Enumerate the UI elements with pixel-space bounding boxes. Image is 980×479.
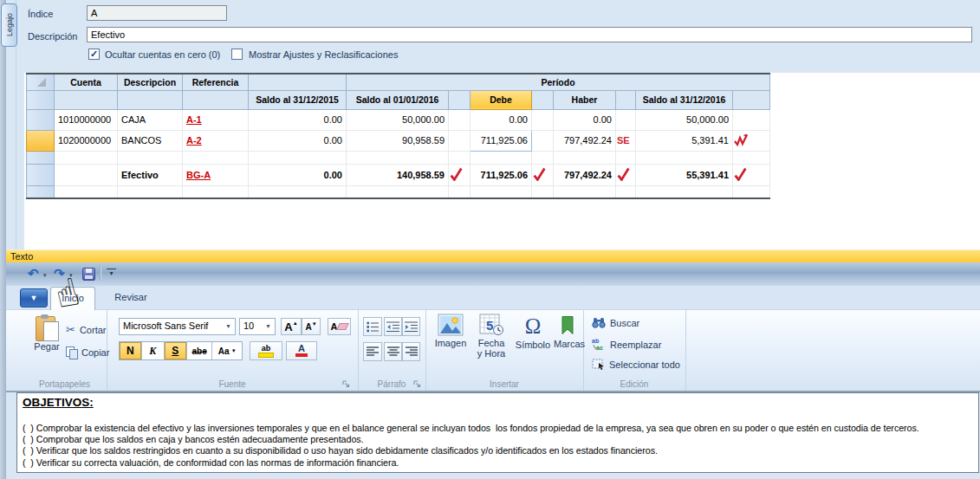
- bold-button[interactable]: N: [120, 342, 142, 359]
- texto-section-header[interactable]: Texto: [6, 249, 980, 262]
- row-header[interactable]: [27, 90, 55, 109]
- window-left-edge: [0, 0, 6, 479]
- group-fuente: Microsoft Sans Serif ▼ 10 ▼ A▲ A▼ A N K …: [107, 310, 359, 391]
- cell-saldo-2016[interactable]: 50,000.00: [636, 109, 733, 130]
- cell-haber[interactable]: 0.00: [554, 109, 616, 130]
- select-all-triangle-icon: [37, 78, 46, 87]
- col-header-debe[interactable]: Debe: [471, 90, 532, 109]
- col-header-saldo-2015[interactable]: Saldo al 31/12/2015: [249, 90, 347, 109]
- up-arrow-icon: ▲: [293, 320, 298, 326]
- show-adjustments-label: Mostrar Ajustes y Reclasificaciones: [249, 49, 398, 60]
- row-header[interactable]: [27, 185, 55, 198]
- increase-indent-button[interactable]: [402, 317, 420, 336]
- strikethrough-button[interactable]: abe: [187, 342, 213, 359]
- cell-cuenta[interactable]: 1010000000: [55, 109, 118, 130]
- insert-image-button[interactable]: Imagen: [432, 314, 470, 348]
- undo-icon[interactable]: ↶: [28, 266, 39, 281]
- font-size-combo[interactable]: 10 ▼: [239, 318, 276, 335]
- svg-text:ac: ac: [596, 345, 603, 351]
- cell-descripcion[interactable]: CAJA: [118, 109, 183, 130]
- row-header[interactable]: [27, 109, 55, 130]
- find-button[interactable]: Buscar: [592, 317, 639, 328]
- tab-revisar[interactable]: Revisar: [103, 287, 159, 309]
- total-label[interactable]: Efectivo: [118, 164, 183, 185]
- checkbox-check-icon: ✓: [90, 49, 98, 59]
- table-row: 1010000000 CAJA A-1 0.00 50,000.00 0.00 …: [27, 109, 770, 130]
- row-header[interactable]: [27, 164, 55, 185]
- col-header-referencia[interactable]: Referencia: [183, 74, 249, 90]
- hide-zero-checkbox[interactable]: ✓: [88, 49, 100, 60]
- align-right-button[interactable]: [402, 342, 420, 361]
- app-menu-button[interactable]: ▼: [20, 288, 48, 307]
- insert-datetime-button[interactable]: 5 Fecha y Hora: [471, 314, 511, 359]
- replace-button[interactable]: ab ac Reemplazar: [592, 338, 661, 351]
- col-header-saldo-2016[interactable]: Saldo al 31/12/2016: [636, 90, 733, 109]
- cut-button[interactable]: ✂ Cortar: [66, 323, 106, 336]
- cell-debe-selected[interactable]: 711,925.06: [471, 130, 532, 151]
- editor-objectives-list: ( ) Comprobar la existencia del efectivo…: [23, 423, 919, 469]
- customize-toolbar-icon[interactable]: ▾: [107, 269, 116, 278]
- decrease-indent-button[interactable]: [384, 317, 402, 336]
- reference-link[interactable]: A-2: [186, 135, 202, 146]
- svg-text:ab: ab: [592, 338, 599, 344]
- copy-button[interactable]: Copiar: [66, 346, 109, 359]
- align-left-button[interactable]: [363, 342, 382, 361]
- cell-saldo-0101[interactable]: 90,958.59: [347, 130, 449, 151]
- cell-saldo-2016[interactable]: 5,391.41: [636, 130, 733, 151]
- total-haber[interactable]: 797,492.24: [554, 164, 616, 185]
- align-center-button[interactable]: [384, 342, 402, 361]
- audit-tick-icon: [734, 133, 749, 146]
- underline-button[interactable]: S: [165, 342, 187, 359]
- col-header-periodo[interactable]: Período: [347, 74, 770, 90]
- descripcion-input[interactable]: [87, 27, 972, 42]
- quick-access-toolbar: ↶ ▾ ↷ ▾ ▾: [6, 262, 980, 287]
- highlight-color-button[interactable]: ab: [250, 341, 282, 360]
- total-saldo-2016[interactable]: 55,391.41: [636, 164, 733, 185]
- col-header-descripcion[interactable]: Descripcion: [118, 74, 183, 90]
- group-label: Portapapeles: [23, 379, 107, 389]
- show-adjustments-checkbox[interactable]: [231, 49, 243, 60]
- total-debe[interactable]: 711,925.06: [471, 164, 532, 185]
- row-header-selected[interactable]: [27, 130, 55, 151]
- shrink-font-button[interactable]: A▼: [302, 318, 321, 335]
- change-case-button[interactable]: Aa▼: [212, 342, 242, 359]
- chevron-down-icon: ▼: [30, 294, 38, 302]
- grid-corner-cell[interactable]: [27, 74, 55, 90]
- clear-formatting-button[interactable]: A: [328, 318, 351, 335]
- col-header-cuenta[interactable]: Cuenta: [55, 74, 118, 90]
- font-color-bar-icon: [295, 353, 308, 357]
- objective-item: ( ) Verificar su correcta valuación, de …: [23, 457, 919, 469]
- row-header[interactable]: [27, 151, 55, 164]
- font-color-button[interactable]: A: [286, 341, 317, 360]
- insert-marks-button[interactable]: Marcas: [554, 314, 581, 349]
- image-icon: [438, 314, 464, 336]
- reference-link[interactable]: BG-A: [186, 170, 211, 180]
- cell-saldo-2015[interactable]: 0.00: [249, 109, 347, 130]
- total-saldo-0101[interactable]: 140,958.59: [347, 164, 449, 185]
- reference-link[interactable]: A-1: [186, 114, 202, 125]
- paste-button[interactable]: Pegar: [28, 314, 66, 352]
- text-editor-area[interactable]: OBJETIVOS: ( ) Comprobar la existencia d…: [16, 392, 979, 473]
- cell-saldo-0101[interactable]: 50,000.00: [347, 109, 449, 130]
- descripcion-label: Descripción: [28, 31, 77, 42]
- col-header-saldo-0101[interactable]: Saldo al 01/01/2016: [347, 90, 449, 109]
- cell-debe[interactable]: 0.00: [471, 109, 532, 130]
- bullet-list-button[interactable]: [363, 317, 382, 336]
- cell-saldo-2015[interactable]: 0.00: [249, 130, 347, 151]
- italic-button[interactable]: K: [142, 342, 165, 359]
- cell-haber[interactable]: 797,492.24: [554, 130, 616, 151]
- col-header-haber[interactable]: Haber: [554, 90, 616, 109]
- app-window: { "panel": { "dock_tab": "Legajo" }, "fo…: [0, 0, 980, 479]
- save-icon[interactable]: [82, 268, 95, 281]
- insert-symbol-button[interactable]: Ω Símbolo: [513, 314, 553, 350]
- cell-cuenta[interactable]: 1020000000: [55, 130, 118, 151]
- undo-dropdown-icon[interactable]: ▾: [43, 272, 47, 279]
- dock-tab-label: Legajo: [5, 13, 14, 36]
- grow-font-button[interactable]: A▲: [281, 318, 302, 335]
- font-family-combo[interactable]: Microsoft Sans Serif ▼: [119, 318, 236, 335]
- dock-tab-legajo[interactable]: Legajo: [1, 3, 17, 47]
- indice-input[interactable]: [87, 5, 227, 21]
- cell-descripcion[interactable]: BANCOS: [118, 130, 183, 151]
- select-all-button[interactable]: Seleccionar todo: [592, 359, 680, 370]
- total-saldo-2015[interactable]: 0.00: [249, 164, 347, 185]
